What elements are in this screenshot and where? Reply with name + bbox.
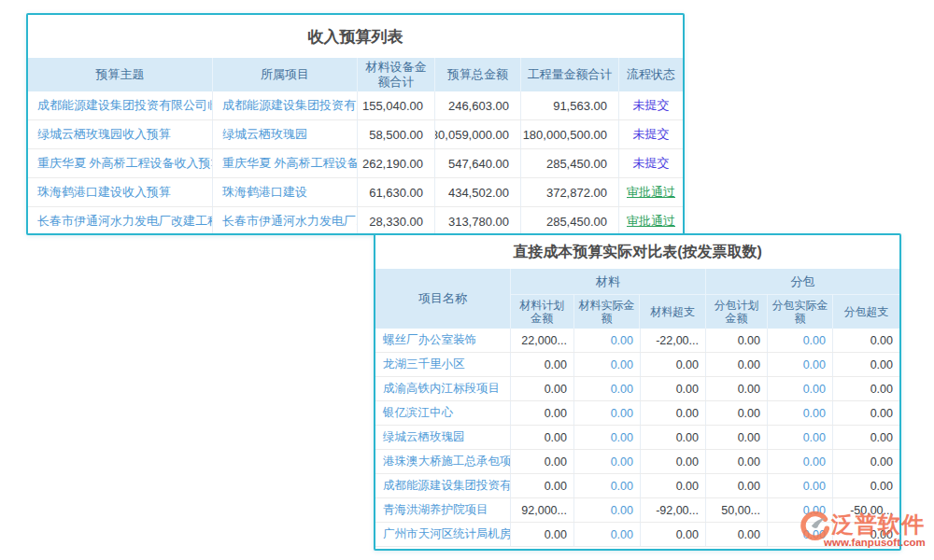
- brand-url: www.fanpusoft.com: [824, 537, 926, 548]
- material-plan-value: 0.00: [511, 523, 574, 546]
- screen: 收入预算列表 预算主题 所属项目 材料设备金额合计 预算总金额 工程量金额合计 …: [0, 0, 934, 560]
- subcontract-column-group: 分包 分包计划金额 分包实际金额 分包超支: [706, 269, 899, 329]
- material-actual-link[interactable]: 0.00: [574, 329, 641, 352]
- material-over-value: 0.00: [641, 426, 706, 449]
- material-actual-link[interactable]: 0.00: [574, 377, 641, 400]
- material-over-value: 0.00: [641, 474, 706, 497]
- project-link[interactable]: 珠海鹤港口建设: [213, 178, 358, 206]
- status-cell: 未提交: [619, 149, 683, 177]
- brand-watermark: 泛普软件 www.fanpusoft.com: [800, 508, 932, 554]
- status-cell: 未提交: [619, 91, 683, 119]
- subcontract-plan-value: 0.00: [706, 426, 768, 449]
- material-actual-link[interactable]: 0.00: [574, 401, 641, 425]
- project-link[interactable]: 长春市伊通河水力发电厂...: [213, 207, 358, 235]
- subcontract-actual-link[interactable]: 0.00: [768, 401, 833, 425]
- col-header-budget-total: 预算总金额: [435, 58, 521, 91]
- status-link[interactable]: 未提交: [633, 155, 670, 172]
- material-plan-value: 92,000...: [511, 498, 574, 522]
- budget-subject-link[interactable]: 珠海鹤港口建设收入预算: [28, 178, 213, 206]
- project-name-link[interactable]: 螺丝厂办公室装饰: [375, 329, 511, 352]
- col-header-subcontract-over: 分包超支: [833, 295, 899, 329]
- subcontract-actual-link[interactable]: 0.00: [768, 450, 833, 473]
- material-over-value: 0.00: [641, 377, 706, 400]
- project-name-link[interactable]: 成渝高铁内江标段项目: [375, 377, 511, 400]
- subcontract-actual-link[interactable]: 0.00: [768, 329, 833, 352]
- subcontract-plan-value: 0.00: [706, 401, 768, 425]
- subcontract-over-value: 0.00: [833, 353, 899, 376]
- material-plan-value: 22,000...: [511, 329, 574, 352]
- quantity-total-value: 285,450.00: [521, 149, 619, 177]
- status-link[interactable]: 审批通过: [627, 184, 675, 201]
- table-row[interactable]: 珠海鹤港口建设收入预算 珠海鹤港口建设 61,630.00 434,502.00…: [28, 178, 683, 207]
- table-row[interactable]: 港珠澳大桥施工总承包项目 0.00 0.00 0.00 0.00 0.00 0.…: [375, 450, 899, 474]
- project-link[interactable]: 绿城云栖玫瑰园: [213, 120, 358, 148]
- table-row[interactable]: 成都能源建设集团投资有限公司 0.00 0.00 0.00 0.00 0.00 …: [375, 474, 899, 498]
- table-row[interactable]: 长春市伊通河水力发电厂改建工程... 长春市伊通河水力发电厂... 28,330…: [28, 207, 683, 235]
- budget-total-value: 313,780.00: [435, 207, 521, 235]
- material-over-value: -92,00...: [641, 498, 706, 522]
- cost-compare-table: 直接成本预算实际对比表(按发票取数) 项目名称 材料 材料计划金额 材料实际金额…: [374, 233, 901, 551]
- budget-total-value: 180,059,000.00: [435, 120, 521, 148]
- project-name-link[interactable]: 青海洪湖养护院项目: [375, 498, 511, 522]
- project-name-link[interactable]: 银亿滨江中心: [375, 401, 511, 425]
- subcontract-over-value: 0.00: [833, 329, 899, 352]
- budget-total-value: 434,502.00: [435, 178, 521, 206]
- table-row[interactable]: 螺丝厂办公室装饰 22,000... 0.00 -22,00... 0.00 0…: [375, 329, 899, 353]
- budget-subject-link[interactable]: 长春市伊通河水力发电厂改建工程...: [28, 207, 213, 235]
- material-plan-value: 0.00: [511, 401, 574, 425]
- material-actual-link[interactable]: 0.00: [574, 523, 641, 546]
- table-row[interactable]: 龙湖三千里小区 0.00 0.00 0.00 0.00 0.00 0.00: [375, 353, 899, 377]
- table-row[interactable]: 重庆华夏 外高桥工程设备收入预算 重庆华夏 外高桥工程设备 262,190.00…: [28, 149, 683, 178]
- budget-subject-link[interactable]: 重庆华夏 外高桥工程设备收入预算: [28, 149, 213, 177]
- material-actual-link[interactable]: 0.00: [574, 353, 641, 376]
- budget-subject-link[interactable]: 绿城云栖玫瑰园收入预算: [28, 120, 213, 148]
- col-header-material-actual: 材料实际金额: [574, 295, 641, 329]
- subcontract-over-value: 0.00: [833, 450, 899, 473]
- income-table-header: 预算主题 所属项目 材料设备金额合计 预算总金额 工程量金额合计 流程状态: [28, 58, 683, 91]
- subcontract-over-value: 0.00: [833, 377, 899, 400]
- status-link[interactable]: 未提交: [633, 97, 670, 114]
- project-name-link[interactable]: 绿城云栖玫瑰园: [375, 426, 511, 449]
- subcontract-actual-link[interactable]: 0.00: [768, 474, 833, 497]
- material-plan-value: 0.00: [511, 377, 574, 400]
- project-link[interactable]: 重庆华夏 外高桥工程设备: [213, 149, 358, 177]
- table-row[interactable]: 银亿滨江中心 0.00 0.00 0.00 0.00 0.00 0.00: [375, 401, 899, 426]
- col-header-subcontract-actual: 分包实际金额: [768, 295, 833, 329]
- material-actual-link[interactable]: 0.00: [574, 474, 641, 497]
- col-header-material-plan: 材料计划金额: [511, 295, 574, 329]
- col-header-subject: 预算主题: [28, 58, 213, 91]
- subcontract-over-value: 0.00: [833, 474, 899, 497]
- material-plan-value: 0.00: [511, 426, 574, 449]
- col-header-material-total: 材料设备金额合计: [358, 58, 435, 91]
- quantity-total-value: 180,000,500.00: [521, 120, 619, 148]
- table-row[interactable]: 成渝高铁内江标段项目 0.00 0.00 0.00 0.00 0.00 0.00: [375, 377, 899, 401]
- col-header-project: 所属项目: [213, 58, 358, 91]
- subcontract-actual-link[interactable]: 0.00: [768, 426, 833, 449]
- project-name-link[interactable]: 龙湖三千里小区: [375, 353, 511, 376]
- status-link[interactable]: 未提交: [633, 126, 670, 143]
- table-row[interactable]: 成都能源建设集团投资有限公司临... 成都能源建设集团投资有... 155,04…: [28, 91, 683, 120]
- table-row[interactable]: 绿城云栖玫瑰园 0.00 0.00 0.00 0.00 0.00 0.00: [375, 426, 899, 450]
- material-actual-link[interactable]: 0.00: [574, 450, 641, 473]
- project-name-link[interactable]: 广州市天河区统计局机房改造: [375, 523, 511, 546]
- table-row[interactable]: 绿城云栖玫瑰园收入预算 绿城云栖玫瑰园 58,500.00 180,059,00…: [28, 120, 683, 149]
- col-header-material-over: 材料超支: [640, 295, 705, 329]
- project-name-link[interactable]: 港珠澳大桥施工总承包项目: [375, 450, 511, 473]
- material-over-value: 0.00: [641, 401, 706, 425]
- material-over-value: -22,00...: [641, 329, 706, 352]
- budget-subject-link[interactable]: 成都能源建设集团投资有限公司临...: [28, 91, 213, 119]
- col-header-quantity-total: 工程量金额合计: [521, 58, 619, 91]
- income-budget-table: 收入预算列表 预算主题 所属项目 材料设备金额合计 预算总金额 工程量金额合计 …: [26, 13, 685, 235]
- material-actual-link[interactable]: 0.00: [574, 426, 641, 449]
- project-link[interactable]: 成都能源建设集团投资有...: [213, 91, 358, 119]
- subcontract-actual-link[interactable]: 0.00: [768, 377, 833, 400]
- brand-name: 泛普软件: [831, 510, 925, 539]
- subcontract-actual-link[interactable]: 0.00: [768, 353, 833, 376]
- status-link[interactable]: 审批通过: [627, 213, 675, 230]
- material-total-value: 61,630.00: [358, 178, 435, 206]
- material-plan-value: 0.00: [511, 450, 574, 473]
- quantity-total-value: 91,563.00: [521, 91, 619, 119]
- project-name-link[interactable]: 成都能源建设集团投资有限公司: [375, 474, 511, 497]
- material-total-value: 262,190.00: [358, 149, 435, 177]
- material-actual-link[interactable]: 0.00: [574, 498, 641, 522]
